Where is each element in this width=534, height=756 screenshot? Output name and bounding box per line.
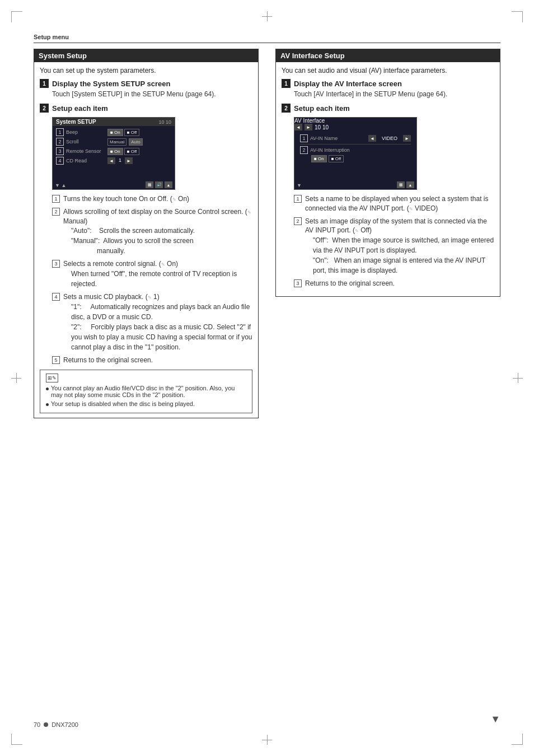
av-step1-num: 1 [282,79,291,88]
system-setup-box: System Setup You can set up the system p… [34,49,259,418]
av-item1-circle: 1 [294,195,302,203]
scroll-manual[interactable]: Manual [107,138,127,146]
system-step1-heading: 1 Display the System SETUP screen [40,79,252,88]
av-in-name-label: AV-IN Name [310,136,338,141]
item4-pencil-icon: ✎ [148,295,152,301]
bottom-icon-2: 🔊 [155,181,163,188]
item2-manual-1: "Manual": Allows you to scroll the scree… [71,236,252,246]
beep-off-btn[interactable]: ■ Off [124,129,140,136]
system-item-1: 1 Turns the key touch tone On or Off. (✎… [52,194,252,204]
remote-on-btn[interactable]: ■ On [107,148,123,155]
av-scroll-arrow: ▼ [297,183,302,188]
item3-text: Selects a remote control signal. (✎ On) [63,260,178,268]
screen-bottom-left: ▼ ▲ [55,183,66,188]
av-step1-label: Display the AV Interface screen [294,80,402,88]
step2-num: 2 [40,104,49,113]
av-item2-off: "Off": When the image source is switched… [313,235,494,255]
page-footer: 70 DNX7200 [34,721,78,728]
system-setup-section: System Setup You can set up the system p… [34,49,259,425]
item1-circle: 1 [52,195,60,203]
av-interface-section: AV Interface Setup You can set audio and… [275,49,500,425]
remote-controls: ■ On ■ Off [107,148,139,155]
av-item-3: 3 Returns to the original screen. [294,279,494,288]
system-item-5: 5 Returns to the original screen. [52,356,252,365]
av-item2-text: Sets an image display of the system that… [305,217,487,235]
beep-on-btn[interactable]: ■ On [107,129,123,136]
av-in-value: VIDEO [378,136,401,141]
av-in-name-row-num: 1 [300,134,308,142]
item5-circle: 5 [52,356,60,364]
page-header: Setup menu [34,34,500,43]
item2-circle: 2 [52,208,60,216]
av-interrupt-on[interactable]: ■ On [311,155,327,162]
item4-1: "1": Automatically recognizes and plays … [71,302,252,322]
av-next-btn[interactable]: ► [305,124,312,130]
av-num-list: 1 Sets a name to be displayed when you s… [294,194,494,288]
cdread-value: 1 [116,157,124,164]
item5-text: Returns to the original screen. [63,356,153,365]
footer-circle-icon [44,722,48,727]
item2-auto: "Auto": Scrolls the screen automatically… [71,226,252,236]
system-item-2: 2 Allows scrolling of text display on th… [52,207,252,256]
av-item3-circle: 3 [294,279,302,287]
av-bottom-icon-2: ▲ [406,181,414,188]
item3-pencil-icon: ✎ [161,262,165,268]
remote-label: Remote Sensor [66,148,105,154]
item2-text: Allows scrolling of text display on the … [63,208,251,225]
av-item2-on: "On": When an image signal is entered vi… [313,255,494,276]
item1-text: Turns the key touch tone On or Off. (✎ O… [63,194,189,204]
av-item1-pencil-icon: ✎ [409,206,413,212]
av-item1-text: Sets a name to be displayed when you sel… [305,194,494,213]
note-2-text: Your setup is disabled when the disc is … [51,400,195,407]
av-prev-btn[interactable]: ◄ [294,124,302,130]
note-1-text: You cannot play an Audio file/VCD disc i… [51,385,246,398]
step1-num: 1 [40,79,49,88]
av-interface-intro: You can set audio and visual (AV) interf… [282,67,494,74]
av-screen-title: AV Interface [294,118,325,124]
av-step1-heading: 1 Display the AV Interface screen [282,79,494,88]
remote-row-num: 3 [56,147,64,155]
remote-off-btn[interactable]: ■ Off [124,148,140,155]
av-step2-label: Setup each item [294,104,350,113]
system-step1-label: Display the System SETUP screen [52,80,170,88]
item3-sub: When turned "Off", the remote control of… [71,269,252,289]
cdread-next[interactable]: ► [125,157,133,164]
item3-circle: 3 [52,260,60,268]
system-setup-screen: System SETUP 10 10 1 Beep ■ On ■ Off [52,117,175,190]
av-item2-pencil-icon: ✎ [355,228,359,234]
system-item-4: 4 Sets a music CD playback. (✎ 1) "1": A… [52,292,252,352]
system-step2-heading: 2 Setup each item [40,104,252,113]
item1-pencil-icon: ✎ [172,197,176,203]
system-setup-title: System Setup [34,49,258,62]
av-step2-num: 2 [282,104,291,113]
system-num-list: 1 Turns the key touch tone On or Off. (✎… [52,194,252,365]
av-in-prev[interactable]: ◄ [368,135,376,142]
screen-bottom-icons: ▦ 🔊 ▲ [146,181,172,188]
av-interface-screen: AV Interface ◄ ► 10 10 1 AV-IN Nam [294,117,417,190]
cdread-row-num: 4 [56,157,64,165]
av-item-2: 2 Sets an image display of the system th… [294,217,494,276]
page-down-arrow: ▼ [490,713,500,725]
beep-label: Beep [66,129,105,135]
av-interface-title: AV Interface Setup [276,49,500,62]
av-step1-body: Touch [AV Interface] in the SETUP Menu (… [294,90,494,98]
av-interrupt-off[interactable]: ■ Off [329,155,344,162]
av-step2-heading: 2 Setup each item [282,104,494,113]
footer-model: DNX7200 [51,721,78,728]
scroll-arrow: ▼ ▲ [55,183,66,188]
av-interrupt-row-num: 2 [300,146,308,154]
cdread-prev[interactable]: ◄ [107,157,115,164]
av-in-next[interactable]: ► [403,135,411,142]
note-1: You cannot play an Audio file/VCD disc i… [46,385,246,398]
beep-row-num: 1 [56,128,64,136]
screen-title: System SETUP [56,119,96,125]
item4-text: Sets a music CD playback. (✎ 1) [63,293,160,301]
beep-controls: ■ On ■ Off [107,129,139,136]
scroll-auto[interactable]: Auto [129,138,142,146]
bottom-icon-1: ▦ [146,181,153,188]
system-step2-label: Setup each item [52,104,108,113]
av-screen-bottom-left: ▼ [297,183,302,188]
av-screen-bottom-icons: ▦ ▲ [397,181,414,188]
system-step1-body: Touch [System SETUP] in the SETUP Menu (… [52,90,252,98]
av-interrupt-label: AV-IN Interruption [310,147,350,153]
